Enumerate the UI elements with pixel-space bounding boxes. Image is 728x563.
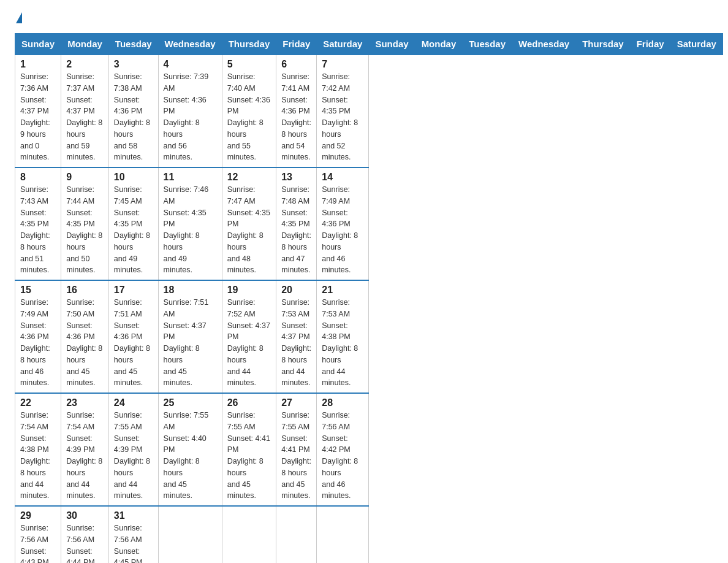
calendar-day-cell: 11Sunrise: 7:46 AMSunset: 4:35 PMDayligh…: [158, 167, 222, 280]
day-info: Sunrise: 7:39 AMSunset: 4:36 PMDaylight:…: [164, 71, 217, 163]
day-info: Sunrise: 7:55 AMSunset: 4:41 PMDaylight:…: [227, 410, 271, 502]
day-info: Sunrise: 7:49 AMSunset: 4:36 PMDaylight:…: [322, 184, 363, 276]
day-number: 3: [114, 59, 153, 70]
calendar-day-cell: 3Sunrise: 7:38 AMSunset: 4:36 PMDaylight…: [108, 55, 158, 167]
day-info: Sunrise: 7:55 AMSunset: 4:40 PMDaylight:…: [164, 410, 217, 502]
empty-cell: [222, 506, 276, 563]
day-number: 10: [114, 172, 153, 183]
day-info: Sunrise: 7:54 AMSunset: 4:38 PMDaylight:…: [20, 410, 56, 502]
day-number: 29: [20, 510, 56, 521]
calendar-header-row: SundayMondayTuesdayWednesdayThursdayFrid…: [15, 34, 723, 55]
calendar-day-cell: 10Sunrise: 7:45 AMSunset: 4:35 PMDayligh…: [108, 167, 158, 280]
calendar-day-cell: 1Sunrise: 7:36 AMSunset: 4:37 PMDaylight…: [15, 55, 61, 167]
day-number: 8: [20, 172, 56, 183]
empty-cell: [158, 506, 222, 563]
col-header-saturday: Saturday: [317, 34, 369, 55]
day-number: 24: [114, 397, 153, 408]
day-info: Sunrise: 7:43 AMSunset: 4:35 PMDaylight:…: [20, 184, 56, 276]
day-number: 19: [227, 285, 271, 296]
col-header-monday: Monday: [415, 34, 463, 55]
day-info: Sunrise: 7:42 AMSunset: 4:35 PMDaylight:…: [322, 71, 363, 163]
calendar-week-row: 1Sunrise: 7:36 AMSunset: 4:37 PMDaylight…: [15, 55, 723, 167]
day-info: Sunrise: 7:49 AMSunset: 4:36 PMDaylight:…: [20, 297, 56, 389]
calendar-day-cell: 23Sunrise: 7:54 AMSunset: 4:39 PMDayligh…: [61, 393, 109, 506]
calendar-day-cell: 16Sunrise: 7:50 AMSunset: 4:36 PMDayligh…: [61, 280, 109, 393]
empty-cell: [317, 506, 369, 563]
calendar-day-cell: 9Sunrise: 7:44 AMSunset: 4:35 PMDaylight…: [61, 167, 109, 280]
calendar-day-cell: 4Sunrise: 7:39 AMSunset: 4:36 PMDaylight…: [158, 55, 222, 167]
col-header-wednesday: Wednesday: [158, 34, 222, 55]
day-info: Sunrise: 7:48 AMSunset: 4:35 PMDaylight:…: [281, 184, 311, 276]
calendar-day-cell: 18Sunrise: 7:51 AMSunset: 4:37 PMDayligh…: [158, 280, 222, 393]
calendar-day-cell: 13Sunrise: 7:48 AMSunset: 4:35 PMDayligh…: [276, 167, 317, 280]
day-info: Sunrise: 7:51 AMSunset: 4:37 PMDaylight:…: [164, 297, 217, 389]
day-info: Sunrise: 7:53 AMSunset: 4:37 PMDaylight:…: [281, 297, 311, 389]
logo-triangle-icon: [16, 12, 22, 23]
calendar-day-cell: 17Sunrise: 7:51 AMSunset: 4:36 PMDayligh…: [108, 280, 158, 393]
day-number: 1: [20, 59, 56, 70]
day-number: 9: [66, 172, 104, 183]
day-number: 7: [322, 59, 363, 70]
calendar-day-cell: 8Sunrise: 7:43 AMSunset: 4:35 PMDaylight…: [15, 167, 61, 280]
day-number: 30: [66, 510, 104, 521]
day-info: Sunrise: 7:56 AMSunset: 4:45 PMDaylight:…: [114, 523, 153, 563]
day-number: 14: [322, 172, 363, 183]
calendar-day-cell: 20Sunrise: 7:53 AMSunset: 4:37 PMDayligh…: [276, 280, 317, 393]
calendar-day-cell: 31Sunrise: 7:56 AMSunset: 4:45 PMDayligh…: [108, 506, 158, 563]
col-header-tuesday: Tuesday: [108, 34, 158, 55]
day-number: 31: [114, 510, 153, 521]
calendar-week-row: 8Sunrise: 7:43 AMSunset: 4:35 PMDaylight…: [15, 167, 723, 280]
day-number: 13: [281, 172, 311, 183]
day-info: Sunrise: 7:55 AMSunset: 4:39 PMDaylight:…: [114, 410, 153, 502]
day-number: 5: [227, 59, 271, 70]
day-info: Sunrise: 7:47 AMSunset: 4:35 PMDaylight:…: [227, 184, 271, 276]
day-info: Sunrise: 7:54 AMSunset: 4:39 PMDaylight:…: [66, 410, 104, 502]
day-number: 27: [281, 397, 311, 408]
day-number: 21: [322, 285, 363, 296]
col-header-thursday: Thursday: [222, 34, 276, 55]
empty-cell: [276, 506, 317, 563]
day-number: 6: [281, 59, 311, 70]
day-number: 28: [322, 397, 363, 408]
day-info: Sunrise: 7:38 AMSunset: 4:36 PMDaylight:…: [114, 71, 153, 163]
day-number: 12: [227, 172, 271, 183]
day-info: Sunrise: 7:45 AMSunset: 4:35 PMDaylight:…: [114, 184, 153, 276]
day-info: Sunrise: 7:51 AMSunset: 4:36 PMDaylight:…: [114, 297, 153, 389]
day-number: 26: [227, 397, 271, 408]
day-info: Sunrise: 7:41 AMSunset: 4:36 PMDaylight:…: [281, 71, 311, 163]
day-number: 16: [66, 285, 104, 296]
calendar-table: SundayMondayTuesdayWednesdayThursdayFrid…: [15, 33, 723, 563]
day-number: 18: [164, 285, 217, 296]
calendar-week-row: 22Sunrise: 7:54 AMSunset: 4:38 PMDayligh…: [15, 393, 723, 506]
col-header-sunday: Sunday: [15, 34, 61, 55]
day-number: 11: [164, 172, 217, 183]
calendar-day-cell: 12Sunrise: 7:47 AMSunset: 4:35 PMDayligh…: [222, 167, 276, 280]
calendar-day-cell: 30Sunrise: 7:56 AMSunset: 4:44 PMDayligh…: [61, 506, 109, 563]
day-info: Sunrise: 7:40 AMSunset: 4:36 PMDaylight:…: [227, 71, 271, 163]
day-number: 2: [66, 59, 104, 70]
calendar-day-cell: 22Sunrise: 7:54 AMSunset: 4:38 PMDayligh…: [15, 393, 61, 506]
calendar-day-cell: 2Sunrise: 7:37 AMSunset: 4:37 PMDaylight…: [61, 55, 109, 167]
day-number: 23: [66, 397, 104, 408]
day-number: 4: [164, 59, 217, 70]
logo: [15, 15, 22, 26]
col-header-wednesday: Wednesday: [512, 34, 576, 55]
col-header-friday: Friday: [630, 34, 670, 55]
page-header: [15, 15, 713, 26]
calendar-day-cell: 19Sunrise: 7:52 AMSunset: 4:37 PMDayligh…: [222, 280, 276, 393]
calendar-week-row: 29Sunrise: 7:56 AMSunset: 4:43 PMDayligh…: [15, 506, 723, 563]
calendar-week-row: 15Sunrise: 7:49 AMSunset: 4:36 PMDayligh…: [15, 280, 723, 393]
day-number: 17: [114, 285, 153, 296]
day-number: 22: [20, 397, 56, 408]
day-number: 20: [281, 285, 311, 296]
calendar-day-cell: 24Sunrise: 7:55 AMSunset: 4:39 PMDayligh…: [108, 393, 158, 506]
day-info: Sunrise: 7:55 AMSunset: 4:41 PMDaylight:…: [281, 410, 311, 502]
col-header-monday: Monday: [61, 34, 109, 55]
calendar-day-cell: 21Sunrise: 7:53 AMSunset: 4:38 PMDayligh…: [317, 280, 369, 393]
calendar-day-cell: 26Sunrise: 7:55 AMSunset: 4:41 PMDayligh…: [222, 393, 276, 506]
day-info: Sunrise: 7:56 AMSunset: 4:43 PMDaylight:…: [20, 523, 56, 563]
day-info: Sunrise: 7:50 AMSunset: 4:36 PMDaylight:…: [66, 297, 104, 389]
day-info: Sunrise: 7:53 AMSunset: 4:38 PMDaylight:…: [322, 297, 363, 389]
calendar-day-cell: 6Sunrise: 7:41 AMSunset: 4:36 PMDaylight…: [276, 55, 317, 167]
col-header-friday: Friday: [276, 34, 317, 55]
